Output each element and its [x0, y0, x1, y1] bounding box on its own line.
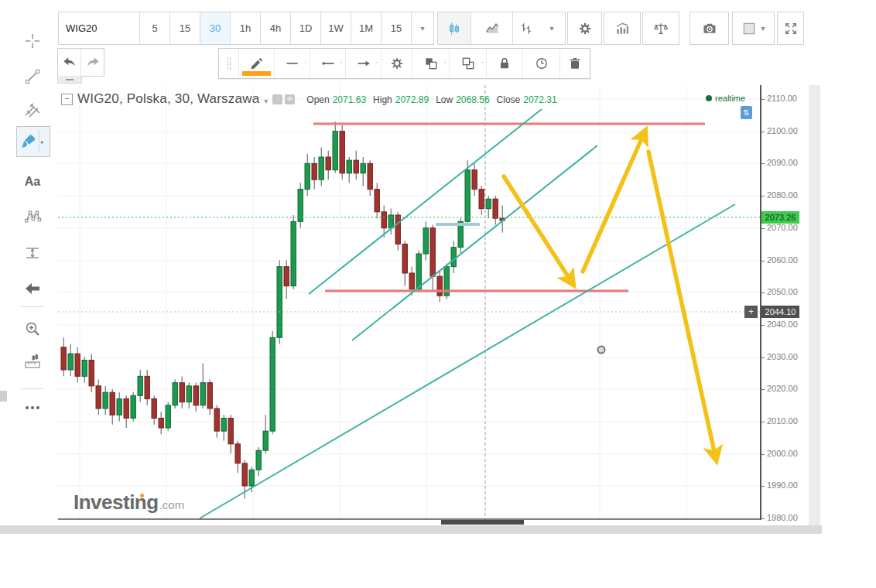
drawing-settings-button[interactable] [382, 49, 412, 78]
interval-button-1M[interactable]: 1M [351, 12, 382, 44]
interval-button-1W[interactable]: 1W [321, 12, 351, 44]
horizontal-scrollbar[interactable] [0, 525, 822, 534]
send-backward-button[interactable]: · [450, 49, 487, 78]
legend-loading-icon[interactable]: ◌ [272, 94, 282, 104]
xabcd-pattern-tool[interactable] [23, 207, 42, 226]
axis-tick-label: 2000.00 [767, 449, 798, 458]
toolbar-collapse-tab[interactable] [57, 76, 82, 84]
ohlc-bars-button[interactable] [513, 12, 539, 44]
more-tools[interactable] [23, 398, 42, 417]
chart-plot-area[interactable]: − WIG20, Polska, 30, Warszawa ▾ ◌ ✛ Open… [58, 85, 760, 520]
crosshair-tool[interactable] [23, 32, 42, 50]
chart-type-group: ▾ [437, 12, 566, 45]
magnet-timer-button[interactable] [523, 49, 560, 78]
panel-collapse-notch[interactable] [0, 391, 7, 402]
gear-icon [389, 56, 405, 71]
layout-button[interactable]: ▾ [732, 12, 775, 45]
indicators-icon [614, 21, 630, 36]
fullscreen-button[interactable] [777, 12, 804, 45]
measure-tool[interactable] [23, 352, 42, 371]
bring-forward-icon [423, 56, 439, 71]
axis-tick [761, 454, 765, 455]
interval-button-15-custom[interactable]: 15 [382, 12, 412, 44]
brush-tool[interactable]: ▸ [16, 126, 50, 157]
open-label: Open [306, 94, 329, 105]
delete-drawings-button[interactable] [560, 49, 590, 78]
arrow-mark-tool[interactable] [23, 279, 42, 298]
interval-button-30[interactable]: 30 [200, 12, 231, 44]
drawing-tools-sidebar: ▸ Aa [15, 12, 50, 422]
layout-caret[interactable]: ▾ [761, 24, 765, 32]
chart-type-caret[interactable]: ▾ [539, 12, 564, 44]
sidebar-divider [21, 388, 44, 389]
investing-watermark: Investing .com [74, 491, 184, 514]
text-tool[interactable]: Aa [23, 175, 42, 193]
fullscreen-icon [783, 21, 799, 36]
low-value: 2068.56 [456, 94, 489, 105]
pencil-tool-button[interactable] [239, 49, 275, 78]
projection-icon [23, 244, 42, 262]
interval-button-1h[interactable]: 1h [231, 12, 261, 44]
undo-button[interactable] [58, 49, 81, 76]
axis-tick [761, 261, 765, 262]
ohlc-bars-icon [518, 21, 534, 36]
symbol-input[interactable]: WIG20 [59, 12, 140, 44]
chart-drawings [58, 85, 760, 520]
realtime-label: realtime [715, 94, 745, 103]
chart-settings-button[interactable] [567, 12, 602, 45]
chart-title: WIG20, Polska, 30, Warszawa [77, 91, 259, 107]
toolbar-drag-handle[interactable] [219, 49, 239, 78]
ray-line-icon [320, 56, 336, 71]
lock-icon [497, 56, 512, 71]
axis-tick [761, 163, 765, 164]
interval-button-1D[interactable]: 1D [291, 12, 321, 44]
close-label: Close [497, 94, 521, 105]
interval-button-4h[interactable]: 4h [261, 12, 291, 44]
candlestick-chart-button[interactable] [438, 12, 471, 44]
time-scrollbar-thumb[interactable] [441, 520, 524, 525]
axis-tick [761, 99, 765, 100]
line-tool-button[interactable]: · [275, 49, 310, 78]
layout-square-icon [741, 21, 757, 36]
collapse-dash [66, 79, 74, 80]
active-color-underline [242, 71, 271, 76]
legend-collapse-icon[interactable]: − [61, 94, 73, 105]
left-arrow-icon [23, 279, 42, 298]
close-value: 2072.31 [523, 94, 556, 105]
ray-tool-button[interactable]: · [310, 49, 346, 78]
brush-options-caret[interactable]: ▸ [39, 131, 44, 152]
tool-options-dot: · [375, 60, 378, 63]
interval-button-15[interactable]: 15 [170, 12, 200, 44]
indicators-button[interactable] [604, 12, 641, 45]
redo-button[interactable] [81, 49, 104, 76]
bring-forward-button[interactable]: · [412, 49, 450, 78]
zoom-in-icon [23, 320, 42, 338]
price-scale-toggle[interactable]: ⇅ [741, 106, 752, 119]
axis-tick [761, 325, 765, 326]
snapshot-button[interactable] [690, 12, 729, 45]
add-order-plus-button[interactable]: + [744, 306, 758, 318]
forecast-arrow-up [583, 135, 643, 272]
projection-tool[interactable] [23, 244, 42, 262]
crosshair-icon [23, 32, 42, 50]
lock-drawings-button[interactable] [487, 49, 523, 78]
axis-tick-label: 2080.00 [767, 190, 798, 200]
legend-settings-icon[interactable]: ✛ [285, 94, 295, 104]
current-price-tag: 2073.26 [761, 211, 799, 224]
trend-line-tool[interactable] [23, 67, 42, 86]
axis-tick-label: 2020.00 [767, 384, 798, 393]
interval-caret[interactable]: ▾ [412, 12, 433, 44]
axis-tick-label: 2110.00 [767, 94, 797, 103]
symbol-caret-icon[interactable]: ▾ [264, 97, 268, 105]
arrow-tool-button[interactable]: · [346, 49, 382, 78]
axis-tick-label: 2010.00 [767, 416, 798, 426]
compare-button[interactable] [642, 12, 679, 45]
send-backward-icon [460, 56, 476, 71]
settings-gear-icon [577, 21, 593, 36]
ohlc-readout: Open 2071.63 High 2072.89 Low 2068.56 Cl… [306, 94, 563, 105]
line-chart-button[interactable] [471, 12, 513, 44]
pitchfork-tool[interactable] [23, 101, 42, 119]
vertical-scrollbar[interactable] [809, 85, 820, 533]
zoom-in-tool[interactable] [23, 320, 42, 338]
interval-button-5[interactable]: 5 [140, 12, 170, 44]
